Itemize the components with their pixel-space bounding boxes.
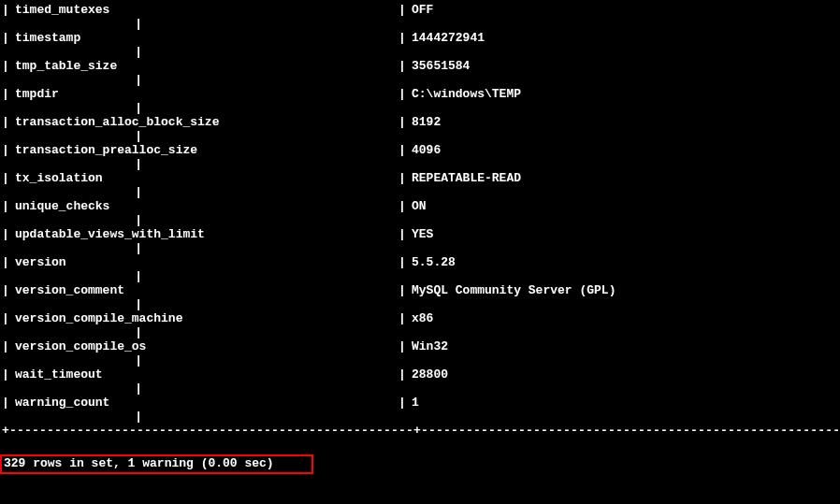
variable-value: 28800: [406, 368, 448, 382]
pipe-blank: |: [2, 46, 142, 60]
variable-value: REPEATABLE-READ: [406, 172, 521, 186]
pipe-blank: |: [2, 158, 142, 172]
blank-row: |: [2, 410, 838, 425]
table-row: |timestamp|1444272941: [2, 32, 838, 46]
pipe-mid: |: [398, 368, 406, 382]
blank-row: |: [2, 74, 838, 88]
blank-row: |: [2, 326, 838, 340]
table-row: |version_comment|MySQL Community Server …: [2, 284, 838, 298]
variable-value: 8192: [406, 116, 441, 130]
variable-name: tx_isolation: [9, 172, 398, 186]
pipe-left: |: [2, 256, 9, 270]
table-row: |version_compile_os|Win32: [2, 340, 838, 354]
variable-value: 1: [406, 396, 419, 410]
status-message: 329 rows in set, 1 warning (0.00 sec): [0, 454, 313, 474]
pipe-mid: |: [398, 116, 406, 130]
pipe-left: |: [2, 60, 9, 74]
table-row: |warning_count|1: [2, 396, 838, 410]
blank-row: |: [2, 46, 838, 60]
pipe-mid: |: [398, 60, 406, 74]
pipe-blank: |: [2, 354, 142, 368]
pipe-blank: |: [2, 74, 142, 88]
pipe-left: |: [2, 368, 9, 382]
variable-value: ON: [406, 200, 427, 214]
variable-name: transaction_prealloc_size: [9, 144, 398, 158]
pipe-left: |: [2, 396, 9, 410]
pipe-left: |: [2, 4, 9, 18]
table-row: |tmpdir|C:\windows\TEMP: [2, 88, 838, 102]
blank-row: |: [2, 214, 838, 228]
table-row: |unique_checks|ON: [2, 200, 838, 214]
variable-name: unique_checks: [9, 200, 398, 214]
pipe-left: |: [2, 172, 9, 186]
blank-row: |: [2, 242, 838, 256]
pipe-mid: |: [398, 312, 406, 326]
variable-name: version: [9, 256, 398, 270]
table-row: |tx_isolation|REPEATABLE-READ: [2, 172, 838, 186]
variable-name: wait_timeout: [9, 368, 398, 382]
pipe-mid: |: [398, 144, 406, 158]
pipe-mid: |: [398, 340, 406, 354]
pipe-blank: |: [2, 382, 142, 396]
blank-row: |: [2, 298, 838, 312]
table-row: |updatable_views_with_limit|YES: [2, 228, 838, 242]
pipe-blank: |: [2, 410, 142, 425]
variables-table: |timed_mutexes|OFF||timestamp|1444272941…: [2, 4, 838, 425]
pipe-mid: |: [398, 4, 406, 18]
table-row: |version_compile_machine|x86: [2, 312, 838, 326]
blank-row: |: [2, 130, 838, 144]
pipe-blank: |: [2, 102, 142, 116]
pipe-left: |: [2, 284, 9, 298]
variable-value: Win32: [406, 340, 448, 354]
variable-name: timed_mutexes: [9, 4, 398, 18]
pipe-blank: |: [2, 298, 142, 312]
table-row: |transaction_prealloc_size|4096: [2, 144, 838, 158]
variable-name: version_compile_os: [9, 340, 398, 354]
variable-name: tmp_table_size: [9, 60, 398, 74]
variable-value: x86: [406, 312, 433, 326]
variable-value: YES: [406, 228, 433, 242]
blank-row: |: [2, 382, 838, 396]
table-row: |tmp_table_size|35651584: [2, 60, 838, 74]
pipe-left: |: [2, 340, 9, 354]
variable-name: tmpdir: [9, 88, 398, 102]
variable-name: timestamp: [9, 32, 398, 46]
blank-line: [2, 439, 838, 453]
table-row: |wait_timeout|28800: [2, 368, 838, 382]
pipe-mid: |: [398, 172, 406, 186]
variable-value: 5.5.28: [406, 256, 456, 270]
pipe-mid: |: [398, 396, 406, 410]
blank-row: |: [2, 18, 838, 32]
pipe-mid: |: [398, 200, 406, 214]
pipe-blank: |: [2, 186, 142, 200]
variable-value: 4096: [406, 144, 441, 158]
table-row: |transaction_alloc_block_size|8192: [2, 116, 838, 130]
pipe-mid: |: [398, 228, 406, 242]
variable-name: updatable_views_with_limit: [9, 228, 398, 242]
blank-row: |: [2, 102, 838, 116]
pipe-blank: |: [2, 214, 142, 228]
table-separator: +---------------------------------------…: [2, 425, 838, 439]
variable-name: version_compile_machine: [9, 312, 398, 326]
pipe-left: |: [2, 200, 9, 214]
pipe-blank: |: [2, 270, 142, 284]
variable-value: C:\windows\TEMP: [406, 88, 521, 102]
variable-value: OFF: [406, 4, 433, 18]
pipe-mid: |: [398, 32, 406, 46]
blank-row: |: [2, 186, 838, 200]
variable-value: 1444272941: [406, 32, 485, 46]
table-row: |timed_mutexes|OFF: [2, 4, 838, 18]
pipe-left: |: [2, 312, 9, 326]
blank-row: |: [2, 158, 838, 172]
pipe-left: |: [2, 32, 9, 46]
variable-name: transaction_alloc_block_size: [9, 116, 398, 130]
pipe-blank: |: [2, 18, 142, 32]
pipe-mid: |: [398, 284, 406, 298]
variable-value: MySQL Community Server (GPL): [406, 284, 616, 298]
status-line-wrapper: 329 rows in set, 1 warning (0.00 sec): [2, 453, 838, 474]
pipe-left: |: [2, 144, 9, 158]
pipe-blank: |: [2, 326, 142, 340]
pipe-left: |: [2, 116, 9, 130]
table-row: |version|5.5.28: [2, 256, 838, 270]
pipe-mid: |: [398, 88, 406, 102]
